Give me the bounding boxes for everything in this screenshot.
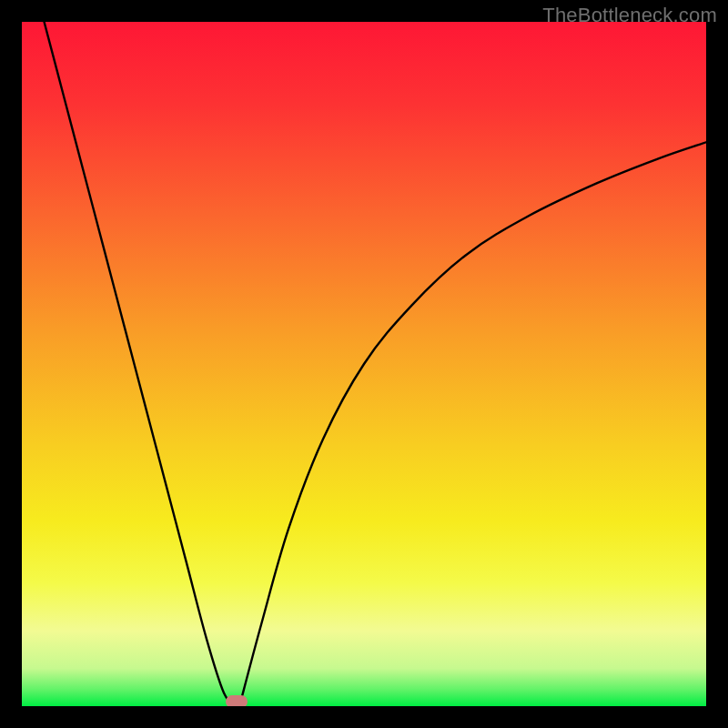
watermark-text: TheBottleneck.com bbox=[542, 4, 717, 27]
curve-layer bbox=[22, 22, 706, 706]
chart-frame bbox=[22, 22, 706, 706]
curve-right-branch bbox=[239, 142, 706, 706]
curve-left-branch bbox=[43, 22, 236, 706]
bottleneck-marker bbox=[226, 695, 248, 706]
